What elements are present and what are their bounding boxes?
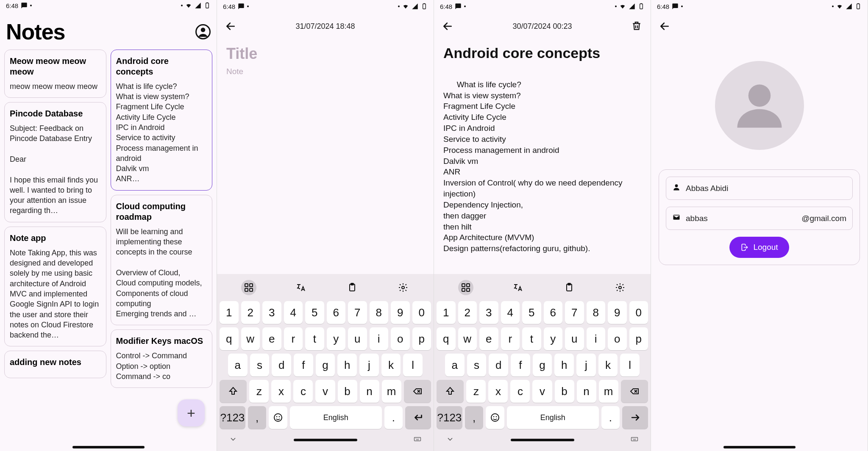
symbols-key[interactable]: ?123 xyxy=(437,406,462,429)
key-6[interactable]: 6 xyxy=(544,301,563,324)
emoji-key[interactable] xyxy=(486,406,504,429)
key-i[interactable]: i xyxy=(370,327,389,350)
key-k[interactable]: k xyxy=(381,354,401,376)
key-c[interactable]: c xyxy=(293,380,313,403)
back-button[interactable] xyxy=(442,20,453,32)
key-1[interactable]: 1 xyxy=(220,301,239,324)
key-g[interactable]: g xyxy=(316,354,335,376)
key-p[interactable]: p xyxy=(412,327,431,350)
key-i[interactable]: i xyxy=(587,327,606,350)
key-q[interactable]: q xyxy=(437,327,456,350)
key-0[interactable]: 0 xyxy=(629,301,648,324)
key-q[interactable]: q xyxy=(220,327,239,350)
space-key[interactable]: English xyxy=(290,406,382,429)
gear-icon[interactable] xyxy=(397,281,409,294)
key-f[interactable]: f xyxy=(294,354,313,376)
keyboard-icon[interactable] xyxy=(413,435,422,445)
key-x[interactable]: x xyxy=(271,380,291,403)
key-7[interactable]: 7 xyxy=(348,301,367,324)
note-body-input[interactable]: What is life cycle? What is view system?… xyxy=(443,68,641,274)
key-o[interactable]: o xyxy=(391,327,410,350)
key-f[interactable]: f xyxy=(511,354,530,376)
key-x[interactable]: x xyxy=(488,380,508,403)
key-t[interactable]: t xyxy=(305,327,324,350)
key-w[interactable]: w xyxy=(241,327,260,350)
key-z[interactable]: z xyxy=(466,380,486,403)
key-y[interactable]: y xyxy=(327,327,346,350)
key-w[interactable]: w xyxy=(458,327,477,350)
key-n[interactable]: n xyxy=(360,380,379,403)
comma-key[interactable]: , xyxy=(248,406,266,429)
logout-button[interactable]: Logout xyxy=(729,237,789,258)
note-card[interactable]: adding new notes xyxy=(4,351,106,378)
note-card[interactable]: Android core conceptsWhat is life cycle?… xyxy=(111,50,213,191)
back-button[interactable] xyxy=(225,20,236,32)
clipboard-icon[interactable] xyxy=(346,281,359,294)
key-e[interactable]: e xyxy=(262,327,281,350)
key-4[interactable]: 4 xyxy=(501,301,520,324)
key-d[interactable]: d xyxy=(272,354,291,376)
key-b[interactable]: b xyxy=(338,380,357,403)
key-l[interactable]: l xyxy=(620,354,640,376)
enter-key[interactable] xyxy=(405,406,431,429)
note-card[interactable]: Meow meow meow meowmeow meow meow meow xyxy=(4,50,106,98)
chevron-down-icon[interactable] xyxy=(446,435,454,445)
home-indicator[interactable] xyxy=(294,439,357,441)
clipboard-icon[interactable] xyxy=(563,281,576,294)
key-d[interactable]: d xyxy=(489,354,508,376)
grid-icon[interactable] xyxy=(458,280,473,295)
key-b[interactable]: b xyxy=(555,380,574,403)
key-s[interactable]: s xyxy=(250,354,270,376)
key-u[interactable]: u xyxy=(348,327,367,350)
profile-button[interactable] xyxy=(195,24,211,39)
key-y[interactable]: y xyxy=(544,327,563,350)
translate-icon[interactable] xyxy=(295,281,307,294)
key-8[interactable]: 8 xyxy=(370,301,389,324)
enter-key[interactable] xyxy=(622,406,648,429)
back-button[interactable] xyxy=(659,20,670,32)
key-2[interactable]: 2 xyxy=(458,301,477,324)
key-3[interactable]: 3 xyxy=(479,301,498,324)
key-6[interactable]: 6 xyxy=(327,301,346,324)
period-key[interactable]: . xyxy=(384,406,403,429)
key-0[interactable]: 0 xyxy=(412,301,431,324)
key-l[interactable]: l xyxy=(403,354,423,376)
key-z[interactable]: z xyxy=(249,380,269,403)
chevron-down-icon[interactable] xyxy=(229,435,237,445)
note-card[interactable]: Cloud computing roadmapWill be learning … xyxy=(111,195,213,326)
title-input[interactable]: Title xyxy=(226,45,424,63)
note-body-input[interactable]: Note xyxy=(226,67,424,76)
key-m[interactable]: m xyxy=(599,380,618,403)
key-r[interactable]: r xyxy=(284,327,303,350)
shift-key[interactable] xyxy=(220,380,247,403)
key-t[interactable]: t xyxy=(522,327,541,350)
key-3[interactable]: 3 xyxy=(262,301,281,324)
key-7[interactable]: 7 xyxy=(565,301,584,324)
key-r[interactable]: r xyxy=(501,327,520,350)
key-k[interactable]: k xyxy=(598,354,618,376)
note-card[interactable]: Pincode DatabaseSubject: Feedback on Pin… xyxy=(4,102,106,222)
shift-key[interactable] xyxy=(437,380,464,403)
key-9[interactable]: 9 xyxy=(608,301,627,324)
key-u[interactable]: u xyxy=(565,327,584,350)
add-note-fab[interactable]: + xyxy=(178,399,205,426)
key-p[interactable]: p xyxy=(629,327,648,350)
symbols-key[interactable]: ?123 xyxy=(220,406,245,429)
key-a[interactable]: a xyxy=(228,354,248,376)
key-1[interactable]: 1 xyxy=(437,301,456,324)
key-m[interactable]: m xyxy=(382,380,401,403)
key-5[interactable]: 5 xyxy=(305,301,324,324)
key-o[interactable]: o xyxy=(608,327,627,350)
key-v[interactable]: v xyxy=(532,380,552,403)
key-e[interactable]: e xyxy=(479,327,498,350)
backspace-key[interactable] xyxy=(404,380,431,403)
home-indicator[interactable] xyxy=(72,446,145,448)
note-card[interactable]: Modifier Keys macOSControl -> Command Op… xyxy=(111,329,213,388)
key-h[interactable]: h xyxy=(337,354,357,376)
key-8[interactable]: 8 xyxy=(587,301,606,324)
note-card[interactable]: Note appNote Taking App, this was design… xyxy=(4,227,106,347)
keyboard-icon[interactable] xyxy=(630,435,639,445)
key-v[interactable]: v xyxy=(315,380,335,403)
key-j[interactable]: j xyxy=(576,354,596,376)
home-indicator[interactable] xyxy=(723,446,796,448)
